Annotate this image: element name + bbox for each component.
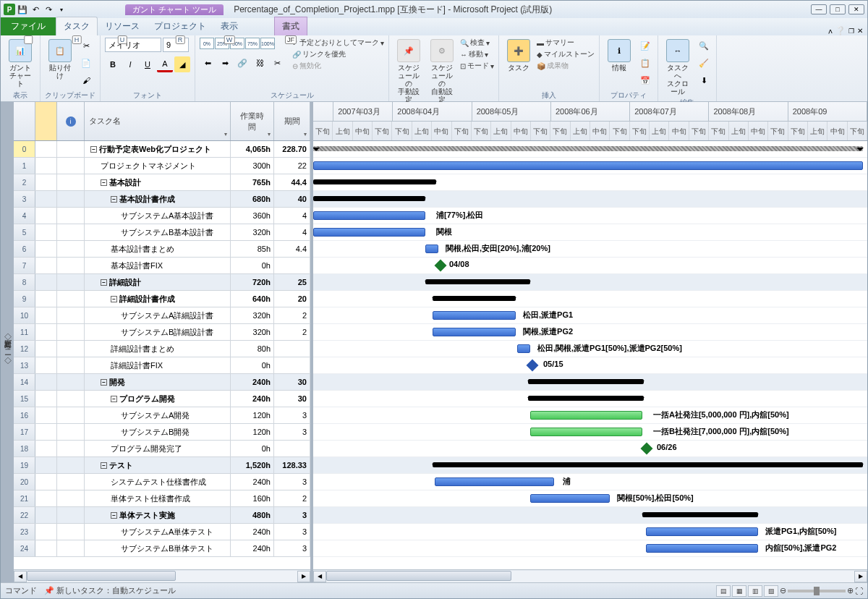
row-header[interactable]: 2 (14, 174, 35, 190)
row-header[interactable]: 14 (14, 374, 35, 390)
outline-toggle-icon[interactable]: − (101, 379, 107, 386)
row-header[interactable]: 15 (14, 391, 35, 407)
row-header[interactable]: 12 (14, 341, 35, 357)
gantt-row[interactable]: 浦[77%],松田 (313, 208, 867, 224)
task-name-cell[interactable]: サブシステムA単体テスト (85, 524, 231, 540)
gantt-row[interactable]: 派遣PG1,内舘[50%] (313, 524, 867, 540)
information-button[interactable]: ℹ 情報 (604, 38, 634, 73)
duration-cell[interactable]: 25 (274, 274, 310, 290)
table-row[interactable]: 4サブシステムA基本設計書360h4 (14, 208, 310, 224)
view-usage-button[interactable]: ▦ (732, 585, 746, 597)
duration-cell[interactable]: 20 (274, 291, 310, 307)
tab-format[interactable]: 書式JF (274, 17, 307, 35)
task-name-cell[interactable]: 詳細設計書まとめ (85, 341, 231, 357)
outdent-button[interactable]: ⬅ (200, 55, 216, 71)
gantt-bar[interactable] (433, 462, 863, 467)
row-header[interactable]: 10 (14, 307, 35, 323)
duration-cell[interactable]: 4 (274, 224, 310, 240)
tab-file[interactable]: ファイルF (1, 17, 56, 35)
table-row[interactable]: 3−基本設計書作成680h40 (14, 191, 310, 208)
gantt-bar[interactable] (646, 527, 758, 536)
task-name-cell[interactable]: サブシステムB開発 (85, 424, 231, 440)
table-row[interactable]: 18プログラム開発完了0h (14, 441, 310, 457)
work-cell[interactable]: 240h (231, 474, 274, 490)
task-name-cell[interactable]: サブシステムB詳細設計書 (85, 324, 231, 340)
scroll-to-task-button[interactable]: ↔ タスクへ スクロール (663, 38, 693, 97)
zoom-out-button[interactable]: ⊖ (780, 586, 786, 595)
task-name-cell[interactable]: −単体テスト実施 (85, 507, 231, 523)
duration-cell[interactable]: 2 (274, 307, 310, 323)
task-name-cell[interactable]: サブシステムA詳細設計書 (85, 307, 231, 323)
gantt-row[interactable] (313, 457, 867, 474)
work-cell[interactable]: 360h (231, 208, 274, 224)
row-header[interactable]: 8 (14, 274, 35, 290)
work-cell[interactable]: 0h (231, 441, 274, 456)
table-row[interactable]: 10サブシステムA詳細設計書320h2 (14, 307, 310, 324)
indent-button[interactable]: ➡ (217, 55, 233, 71)
outline-toggle-icon[interactable]: − (111, 512, 117, 519)
milestone-button[interactable]: ◆ マイルストーン (537, 49, 595, 59)
task-name-cell[interactable]: 詳細設計書FIX (85, 357, 231, 373)
duration-cell[interactable]: 4.4 (274, 241, 310, 257)
gantt-scroll-left[interactable]: ◀ (313, 571, 326, 582)
task-name-cell[interactable]: サブシステムA基本設計書 (85, 208, 231, 224)
work-cell[interactable]: 765h (231, 174, 274, 190)
split-task-button[interactable]: ✂ (269, 55, 285, 71)
table-row[interactable]: 19−テスト1,520h128.33 (14, 457, 310, 474)
work-cell[interactable]: 480h (231, 507, 274, 523)
work-cell[interactable]: 0h (231, 258, 274, 273)
row-header[interactable]: 16 (14, 407, 35, 423)
tab-view[interactable]: 表示W (213, 17, 245, 35)
gantt-row[interactable] (313, 291, 867, 307)
task-name-cell[interactable]: −開発 (85, 374, 231, 390)
qat-redo-icon[interactable]: ↷ (43, 4, 54, 15)
duration-cell[interactable]: 3 (274, 474, 310, 490)
select-all-cell[interactable] (14, 102, 35, 140)
italic-button[interactable]: I (122, 56, 138, 72)
add-to-timeline-button[interactable]: 📅 (637, 72, 653, 88)
gantt-row[interactable]: 05/15 (313, 357, 867, 374)
gantt-row[interactable] (313, 274, 867, 291)
inspect-button[interactable]: 🔍 検査 ▾ (460, 38, 494, 48)
qat-save-icon[interactable]: 💾 (17, 4, 28, 15)
task-name-cell[interactable]: サブシステムA開発 (85, 407, 231, 423)
table-row[interactable]: 17サブシステムB開発120h3 (14, 424, 310, 441)
work-cell[interactable]: 160h (231, 490, 274, 506)
duration-cell[interactable]: 40 (274, 191, 310, 207)
unlink-tasks-button[interactable]: ⛓ (252, 55, 268, 71)
gantt-bar[interactable] (646, 544, 758, 553)
gantt-row[interactable]: 一括A社発注[5,000,000 円],内舘[50%] (313, 407, 867, 424)
gantt-bar[interactable] (433, 296, 516, 301)
zoom-in-button[interactable]: ⊕ (847, 586, 854, 595)
clear-button[interactable]: 🧹 (696, 55, 712, 71)
details-button[interactable]: 📋 (637, 55, 653, 71)
view-resource-button[interactable]: ▧ (764, 585, 778, 597)
mark-on-track-button[interactable]: ✓ 予定どおりとしてマーク ▾ (292, 38, 384, 48)
outline-toggle-icon[interactable]: − (111, 296, 117, 302)
duration-cell[interactable]: 228.70 (274, 141, 310, 157)
duration-cell[interactable] (274, 341, 310, 357)
summary-task-button[interactable]: ▬ サマリー (537, 38, 595, 48)
row-header[interactable]: 13 (14, 357, 35, 373)
duration-cell[interactable]: 128.33 (274, 457, 310, 473)
task-name-cell[interactable]: −行動予定表Web化プロジェクト (85, 141, 231, 157)
gantt-row[interactable]: 06/26 (313, 441, 867, 457)
gantt-row[interactable]: 関根,派遣PG2 (313, 324, 867, 341)
duration-cell[interactable]: 3 (274, 507, 310, 523)
qat-undo-icon[interactable]: ↶ (30, 4, 41, 15)
respect-links-button[interactable]: 🔗 リンクを優先 (292, 49, 384, 59)
row-header[interactable]: 22 (14, 507, 35, 523)
milestone-marker[interactable] (641, 443, 653, 455)
mdi-restore-icon[interactable]: ❐ (848, 27, 854, 35)
work-cell[interactable]: 240h (231, 540, 274, 556)
task-name-cell[interactable]: 基本設計書FIX (85, 258, 231, 273)
font-name-combo[interactable] (105, 38, 161, 52)
name-column-header[interactable]: タスク名▾ (85, 102, 231, 140)
zoom-slider[interactable] (788, 590, 846, 592)
task-name-cell[interactable]: サブシステムB単体テスト (85, 540, 231, 556)
work-cell[interactable]: 300h (231, 158, 274, 174)
table-row[interactable]: 11サブシステムB詳細設計書320h2 (14, 324, 310, 341)
gantt-row[interactable]: 一括B社発注[7,000,000 円],内舘[50%] (313, 424, 867, 441)
zoom-fit-button[interactable]: ⛶ (855, 587, 863, 595)
task-name-cell[interactable]: 単体テスト仕様書作成 (85, 490, 231, 506)
